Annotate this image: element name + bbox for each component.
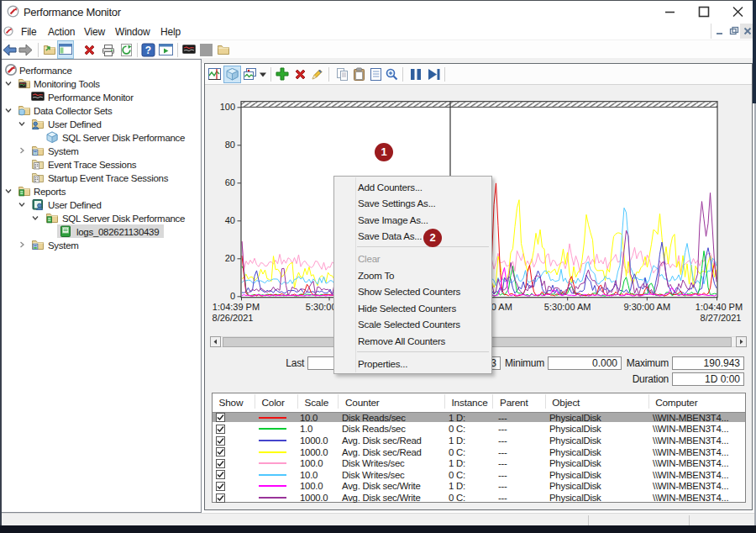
svg-text:1:04:39 PM: 1:04:39 PM bbox=[213, 302, 260, 312]
svg-text:?: ? bbox=[145, 45, 151, 56]
svg-text:5:30:00 AM: 5:30:00 AM bbox=[544, 302, 591, 312]
svg-text:80: 80 bbox=[225, 140, 235, 150]
svg-text:60: 60 bbox=[225, 177, 235, 187]
svg-text:20: 20 bbox=[225, 253, 235, 263]
svg-text:0: 0 bbox=[230, 291, 235, 301]
svg-text:1:04:40 PM: 1:04:40 PM bbox=[696, 302, 743, 312]
svg-text:9:30:00 AM: 9:30:00 AM bbox=[623, 302, 670, 312]
svg-text:8/27/2021: 8/27/2021 bbox=[701, 313, 742, 323]
svg-text:100: 100 bbox=[220, 102, 235, 112]
svg-text:40: 40 bbox=[225, 215, 235, 225]
svg-text:8/26/2021: 8/26/2021 bbox=[213, 313, 254, 323]
